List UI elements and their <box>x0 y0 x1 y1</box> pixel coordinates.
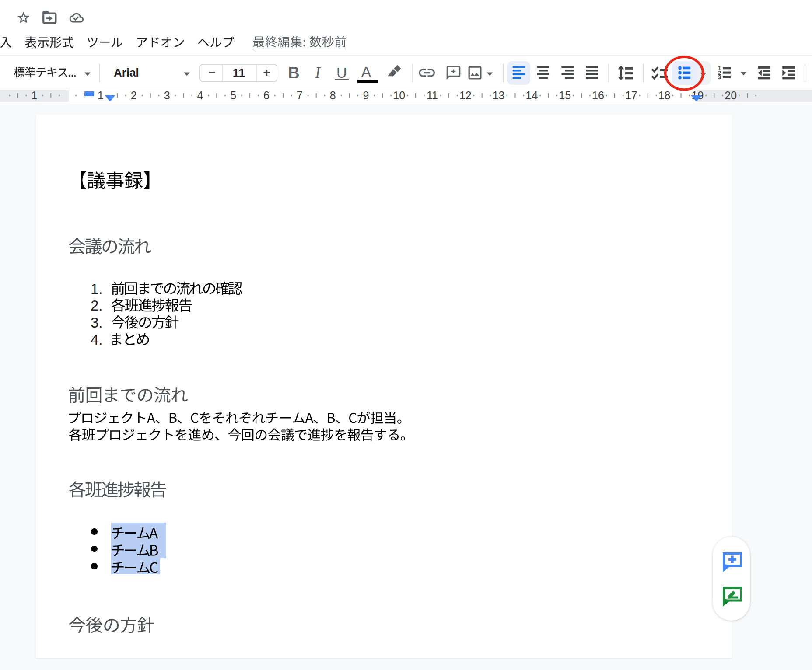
svg-text:1.: 1. <box>91 281 103 297</box>
svg-text:Arial: Arial <box>114 66 139 79</box>
svg-text:A: A <box>361 63 371 80</box>
svg-text:4: 4 <box>197 89 203 101</box>
svg-text:U: U <box>336 65 347 81</box>
svg-text:3.: 3. <box>91 314 103 331</box>
svg-text:10: 10 <box>393 89 405 101</box>
svg-text:12: 12 <box>459 89 472 101</box>
svg-text:B: B <box>288 64 300 82</box>
svg-text:4.: 4. <box>91 332 103 348</box>
svg-text:1: 1 <box>98 89 104 101</box>
svg-text:1: 1 <box>31 89 37 101</box>
svg-text:5: 5 <box>230 89 236 101</box>
svg-text:2: 2 <box>131 89 137 101</box>
svg-text:14: 14 <box>525 89 538 101</box>
svg-text:16: 16 <box>592 89 604 101</box>
svg-text:8: 8 <box>330 89 336 101</box>
svg-text:7: 7 <box>297 89 303 101</box>
svg-text:3: 3 <box>164 89 170 101</box>
svg-text:13: 13 <box>493 89 505 101</box>
svg-text:17: 17 <box>625 89 637 101</box>
svg-text:6: 6 <box>263 89 270 101</box>
svg-text:11: 11 <box>233 66 245 80</box>
svg-text:15: 15 <box>559 89 571 101</box>
svg-text:9: 9 <box>363 89 369 101</box>
svg-text:2.: 2. <box>91 297 103 314</box>
svg-text:11: 11 <box>427 89 438 101</box>
svg-text:I: I <box>315 64 321 81</box>
svg-text:20: 20 <box>724 89 737 101</box>
svg-text:3: 3 <box>718 74 721 80</box>
svg-text:18: 18 <box>658 89 671 101</box>
